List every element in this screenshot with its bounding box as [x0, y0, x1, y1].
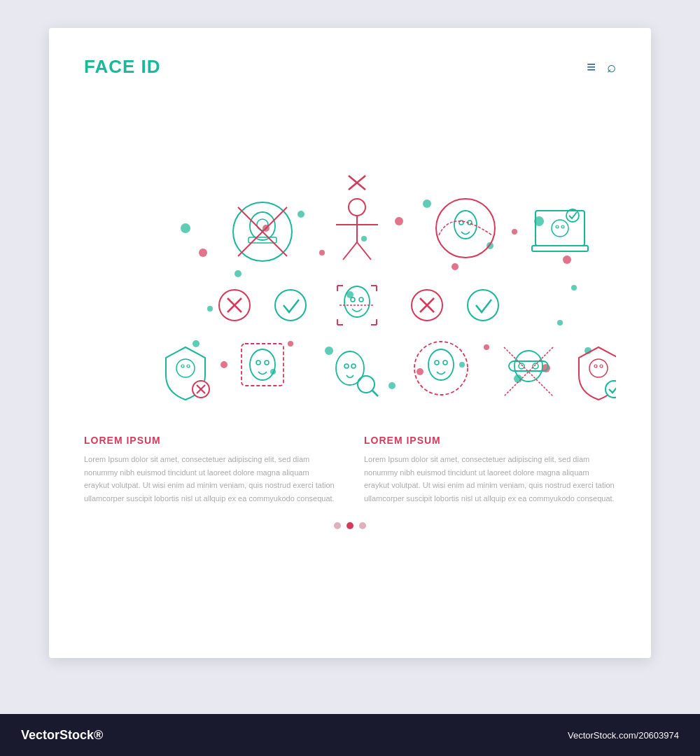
col1-text: Lorem Ipsum dolor sit amet, consectetuer… [84, 453, 336, 505]
svg-point-36 [250, 212, 275, 240]
svg-point-54 [552, 220, 568, 237]
svg-point-81 [344, 364, 349, 368]
svg-point-55 [556, 225, 559, 228]
svg-point-28 [416, 368, 424, 375]
svg-point-71 [181, 365, 184, 368]
svg-point-13 [459, 362, 465, 368]
svg-point-3 [298, 211, 304, 218]
dot-1[interactable] [334, 522, 341, 529]
svg-point-77 [250, 349, 275, 380]
svg-rect-53 [532, 246, 588, 251]
col2-text: Lorem Ipsum dolor sit amet, consectetuer… [364, 453, 616, 505]
svg-line-84 [372, 391, 378, 396]
svg-point-72 [187, 365, 190, 368]
header-icons: ≡ ⌕ [587, 58, 616, 76]
svg-point-80 [336, 351, 364, 385]
content-col-2: LOREM IPSUM Lorem Ipsum dolor sit amet, … [364, 435, 616, 505]
svg-point-17 [557, 320, 563, 326]
svg-line-44 [343, 242, 357, 260]
svg-point-9 [192, 340, 200, 347]
svg-point-78 [256, 360, 260, 365]
svg-point-2 [234, 270, 241, 277]
svg-point-87 [435, 360, 439, 365]
svg-rect-76 [241, 344, 284, 386]
logo: FACE ID [84, 56, 161, 78]
dot-3[interactable] [359, 522, 366, 529]
svg-point-12 [388, 382, 396, 389]
svg-point-26 [220, 361, 227, 368]
header: FACE ID ≡ ⌕ [84, 56, 616, 78]
svg-point-79 [265, 360, 269, 365]
svg-point-27 [288, 341, 293, 346]
svg-point-64 [359, 298, 363, 302]
svg-point-56 [561, 225, 564, 228]
svg-point-5 [423, 200, 431, 208]
svg-point-22 [395, 217, 403, 225]
col2-heading: LOREM IPSUM [364, 435, 616, 446]
svg-point-82 [351, 364, 356, 368]
svg-point-96 [594, 365, 597, 368]
svg-point-61 [275, 290, 306, 321]
svg-point-31 [136, 200, 186, 249]
bottom-content: LOREM IPSUM Lorem Ipsum dolor sit amet, … [84, 435, 616, 505]
svg-point-48 [436, 199, 495, 258]
svg-point-97 [600, 365, 603, 368]
col1-heading: LOREM IPSUM [84, 435, 336, 446]
watermark-url: VectorStock.com/20603974 [568, 730, 679, 741]
search-icon[interactable]: ⌕ [607, 58, 616, 76]
svg-point-95 [589, 359, 608, 377]
svg-point-70 [176, 359, 195, 377]
watermark-bar: VectorStock® VectorStock.com/20603974 [0, 714, 700, 756]
dot-2[interactable] [346, 522, 354, 529]
svg-rect-52 [536, 211, 584, 246]
svg-point-8 [571, 285, 577, 290]
svg-point-1 [181, 223, 190, 233]
svg-point-88 [443, 360, 447, 365]
svg-point-62 [344, 286, 370, 317]
svg-line-45 [357, 242, 371, 260]
svg-point-83 [358, 376, 374, 393]
svg-point-29 [484, 344, 489, 350]
svg-point-41 [349, 199, 365, 216]
illustration [84, 92, 616, 414]
svg-point-11 [325, 346, 333, 355]
svg-point-21 [319, 250, 325, 255]
menu-icon[interactable]: ≡ [587, 58, 596, 76]
svg-point-91 [519, 363, 524, 369]
svg-point-23 [451, 263, 458, 270]
svg-point-0 [98, 141, 602, 414]
content-col-1: LOREM IPSUM Lorem Ipsum dolor sit amet, … [84, 435, 336, 505]
svg-point-19 [199, 248, 207, 257]
svg-point-24 [512, 229, 517, 234]
svg-point-69 [468, 290, 498, 321]
svg-point-86 [428, 349, 454, 380]
svg-point-63 [351, 298, 355, 302]
watermark-brand: VectorStock® [21, 728, 103, 743]
svg-point-4 [361, 236, 367, 241]
svg-point-25 [563, 255, 571, 264]
pagination [84, 522, 616, 529]
main-card: FACE ID ≡ ⌕ [49, 28, 651, 658]
svg-point-92 [533, 363, 538, 369]
svg-point-16 [207, 306, 213, 312]
